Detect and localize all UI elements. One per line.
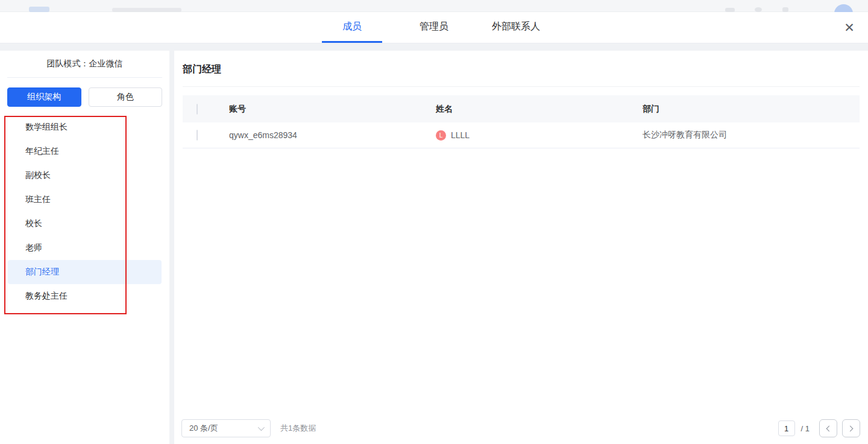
faded-nav-text: [112, 8, 181, 12]
role-item-class-teacher[interactable]: 班主任: [8, 188, 162, 212]
prev-page-button[interactable]: [819, 419, 837, 437]
role-button[interactable]: 角色: [89, 87, 163, 107]
row-checkbox[interactable]: [197, 130, 198, 141]
account-cell: qywx_e6ms28934: [229, 130, 436, 140]
members-table: 账号 姓名 部门 qywx_e6ms28934 L LLLL 长沙冲呀教育有限公…: [183, 95, 860, 148]
role-item-vice-principal[interactable]: 副校长: [8, 163, 162, 188]
department-cell: 长沙冲呀教育有限公司: [643, 130, 860, 141]
name-cell: L LLLL: [436, 130, 643, 141]
total-pages-label: / 1: [801, 424, 810, 433]
sidebar-toggle-buttons: 组织架构 角色: [7, 87, 162, 107]
title-divider: [183, 86, 860, 87]
team-mode-label: 团队模式：企业微信: [0, 51, 169, 77]
underlying-page-header: [0, 0, 868, 12]
close-icon[interactable]: ✕: [840, 19, 858, 37]
column-header-account: 账号: [229, 104, 436, 115]
chevron-down-icon: [258, 424, 265, 431]
role-item-academic-affairs-director[interactable]: 教务处主任: [8, 284, 162, 308]
table-header-row: 账号 姓名 部门: [183, 95, 860, 122]
tab-members[interactable]: 成员: [322, 12, 382, 43]
sidebar-divider: [7, 77, 162, 78]
role-item-principal[interactable]: 校长: [8, 212, 162, 236]
next-page-button[interactable]: [842, 419, 860, 437]
current-page-input[interactable]: 1: [778, 420, 795, 436]
faded-toolbar-icon: [725, 8, 735, 12]
select-all-checkbox[interactable]: [197, 104, 198, 115]
total-count-label: 共1条数据: [280, 423, 316, 434]
page-size-select[interactable]: 20 条/页: [181, 419, 271, 437]
pagination-bar: 20 条/页 共1条数据 1 / 1: [181, 419, 860, 437]
chevron-left-icon: [826, 425, 832, 431]
role-item-math-group-leader[interactable]: 数学组组长: [8, 115, 162, 139]
tab-administrators[interactable]: 管理员: [404, 12, 464, 43]
member-avatar: L: [436, 130, 446, 141]
role-item-grade-director[interactable]: 年纪主任: [8, 139, 162, 163]
faded-help-icon: [755, 7, 762, 12]
role-list: 数学组组长 年纪主任 副校长 班主任 校长 老师 部门经理 教务处主任: [0, 115, 169, 308]
pagination-right: 1 / 1: [778, 419, 860, 437]
dialog-tabbar: 成员 管理员 外部联系人: [0, 12, 868, 43]
tab-external-contacts[interactable]: 外部联系人: [486, 12, 546, 43]
role-item-teacher[interactable]: 老师: [8, 236, 162, 260]
page-title: 部门经理: [174, 51, 868, 76]
table-row: qywx_e6ms28934 L LLLL 长沙冲呀教育有限公司: [183, 122, 860, 148]
column-header-name: 姓名: [436, 104, 643, 115]
role-item-department-manager[interactable]: 部门经理: [8, 260, 162, 284]
pagination-left: 20 条/页 共1条数据: [181, 419, 316, 437]
member-name: LLLL: [451, 130, 470, 140]
main-panel: 部门经理 账号 姓名 部门 qywx_e6ms28934 L LLLL 长沙冲呀…: [174, 51, 868, 444]
sidebar: 团队模式：企业微信 组织架构 角色 数学组组长 年纪主任 副校长 班主任 校长 …: [0, 51, 169, 444]
app-logo: [29, 7, 49, 12]
column-header-department: 部门: [643, 104, 860, 115]
chevron-right-icon: [848, 425, 854, 431]
org-structure-button[interactable]: 组织架构: [7, 87, 81, 107]
faded-bell-icon: [782, 7, 788, 12]
page-size-value: 20 条/页: [189, 423, 218, 434]
